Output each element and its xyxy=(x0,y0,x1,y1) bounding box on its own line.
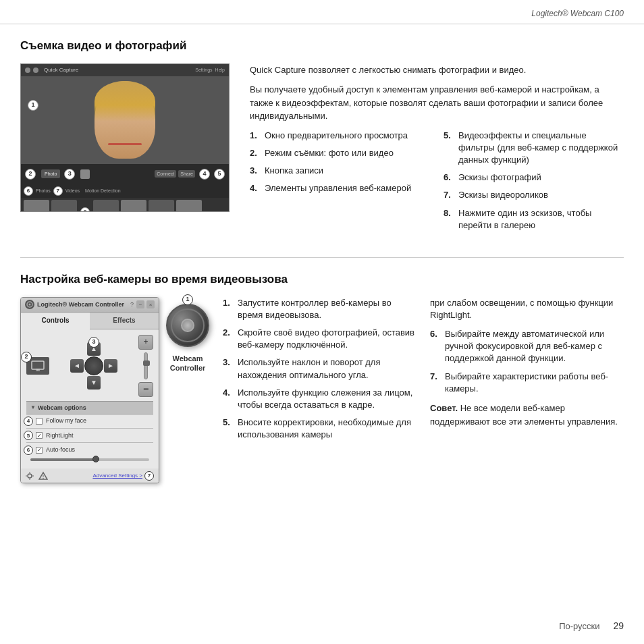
list-item-8: 8. Нажмите один из эскизов, чтобы перейт… xyxy=(444,207,624,232)
list-item-4: 4. Элементы управления веб-камерой xyxy=(250,182,430,194)
dpad-right[interactable]: ► xyxy=(104,359,117,373)
s2-item6-num: 6. xyxy=(430,328,441,365)
s2-item-2: 2. Скройте своё видео фотографией, остав… xyxy=(223,327,417,351)
item7-text: Эскизы видеороликов xyxy=(458,189,548,201)
wcc-slider-thumb[interactable] xyxy=(92,456,99,462)
s2-item2-num: 2. xyxy=(223,327,234,351)
badge-8: 8 xyxy=(80,207,90,212)
wcc-badge-6: 6 xyxy=(24,446,33,455)
wcc-adv-row: Advanced Settings > 7 xyxy=(92,471,155,481)
list-item-7: 7. Эскизы видеороликов xyxy=(444,189,624,201)
wc-thumb-5 xyxy=(149,200,174,212)
wcc-icon-label-text1: Webcam xyxy=(172,354,203,363)
wcc-controls-area: 2 xyxy=(26,335,153,397)
badge-1: 1 xyxy=(28,100,38,111)
footer-lang: По-русски xyxy=(559,620,599,633)
s2-item5-num: 5. xyxy=(223,417,234,441)
wcc-minimize-btn[interactable]: − xyxy=(136,300,144,308)
dpad-left[interactable]: ◄ xyxy=(70,359,84,373)
wc-face-photo xyxy=(95,81,155,159)
wcc-help-icon: ? xyxy=(130,300,134,309)
s2-item-5: 5. Вносите корректировки, необходимые дл… xyxy=(223,417,417,441)
section1-list-right: 5. Видеоэффекты и специальные фильтры (д… xyxy=(444,130,624,237)
section1-intro2: Вы получаете удобный доступ к элементам … xyxy=(250,83,624,123)
item8-num: 8. xyxy=(444,207,454,232)
wc-photo-btn: Photo xyxy=(41,169,60,179)
wcc-close-btn[interactable]: × xyxy=(146,300,155,308)
badge-7: 7 xyxy=(53,186,63,196)
section1-body: Quick Capture Settings Help 1 xyxy=(20,63,624,237)
wcc-titlebar: Logitech® Webcam Controller ? − × xyxy=(21,298,159,313)
section2-text: 1. Запустите контроллер веб-камеры во вр… xyxy=(223,297,624,489)
wcc-options-label: Webcam options xyxy=(38,404,86,412)
wcc-checkbox-rightlight[interactable]: ✓ xyxy=(36,432,43,439)
item3-num: 3. xyxy=(250,165,261,177)
section-divider xyxy=(20,257,624,258)
wcc-zoom-handle xyxy=(143,360,150,366)
s2-item7-num: 7. xyxy=(430,371,441,395)
wcc-badge-2: 2 xyxy=(21,352,32,363)
header-trademark: ® xyxy=(562,9,568,18)
s2-tip: Совет. Не все модели веб-камер поддержив… xyxy=(430,402,624,428)
wcc-window: Logitech® Webcam Controller ? − × Contro… xyxy=(20,297,159,483)
wcc-badge-4: 4 xyxy=(24,417,33,426)
wcc-zoom-in-btn[interactable]: + xyxy=(138,335,153,350)
s2-item3-text: Используйте наклон и поворот для нахожде… xyxy=(238,356,417,381)
wcc-option-follow: Follow my face xyxy=(26,414,153,427)
wcc-title-text: Logitech® Webcam Controller xyxy=(37,300,130,309)
wc-thumb-4 xyxy=(121,200,146,212)
wcc-badge-3: 3 xyxy=(88,337,99,348)
badge-3: 3 xyxy=(64,169,75,180)
wcc-tab-effects[interactable]: Effects xyxy=(90,313,159,329)
wcc-slider-row xyxy=(26,456,153,463)
s2-item3-num: 3. xyxy=(223,356,234,381)
wcc-checkbox-follow[interactable] xyxy=(36,418,43,425)
wcc-option2-row: 5 ✓ RightLight xyxy=(26,429,153,442)
wc-thumb-1 xyxy=(24,200,49,212)
badge-4: 4 xyxy=(199,169,210,180)
dpad-down[interactable]: ▼ xyxy=(87,376,101,390)
item1-num: 1. xyxy=(250,130,261,142)
svg-point-13 xyxy=(43,478,43,479)
wc-videos-label: Videos xyxy=(65,188,80,194)
item2-num: 2. xyxy=(250,147,261,159)
section2-list-right: при слабом освещении, с помощью функции … xyxy=(430,297,624,447)
header-brand: Logitech xyxy=(531,9,562,18)
s2-item6-text: Выбирайте между автоматической или ручно… xyxy=(445,328,624,365)
wcc-top-row: Logitech® Webcam Controller ? − × Contro… xyxy=(20,297,209,483)
section1-intro1: Quick Capture позволяет с легкостью сним… xyxy=(250,63,624,77)
wc-settings-link: Settings xyxy=(195,67,212,74)
main-content: Съемка видео и фотографий Quick Capture … xyxy=(0,24,644,502)
s2-tip-text: Не все модели веб-камер поддерживают все… xyxy=(430,403,618,427)
wcc-option-rightlight-label: RightLight xyxy=(46,431,74,440)
screenshot-container: Quick Capture Settings Help 1 xyxy=(20,63,236,237)
item3-text: Кнопка записи xyxy=(265,165,323,177)
wc-action-btns: Connect Share xyxy=(155,170,195,178)
wcc-zoom-out-btn[interactable]: − xyxy=(138,382,153,397)
badge-2: 2 xyxy=(25,169,36,180)
dpad: ▲ ▼ ◄ ► xyxy=(70,342,117,390)
wcc-triangle-icon xyxy=(38,471,48,481)
wcc-tab-controls[interactable]: Controls xyxy=(21,313,90,329)
section1-text: Quick Capture позволяет с легкостью сним… xyxy=(250,63,624,237)
wcc-badge-5: 5 xyxy=(24,431,33,440)
footer-pagenum: 29 xyxy=(613,620,624,633)
wcc-screen-area: 2 xyxy=(26,357,49,375)
dpad-center xyxy=(84,356,103,375)
wc-thumb-row: 8 xyxy=(21,198,229,212)
wcc-dpad-area: 3 ▲ ▼ ◄ ► xyxy=(53,342,134,390)
s2-item-6: 6. Выбирайте между автоматической или ру… xyxy=(430,328,624,365)
wcc-adv-link[interactable]: Advanced Settings > xyxy=(92,472,142,479)
s2-item-1: 1. Запустите контроллер веб-камеры во вр… xyxy=(223,297,417,321)
section1: Съемка видео и фотографий Quick Capture … xyxy=(20,38,624,237)
badge-5: 5 xyxy=(214,169,225,180)
item8-text: Нажмите один из эскизов, чтобы перейти в… xyxy=(458,207,624,232)
s2-item-3: 3. Используйте наклон и поворот для нахо… xyxy=(223,356,417,381)
list-item-5: 5. Видеоэффекты и специальные фильтры (д… xyxy=(444,130,624,167)
list-item-1: 1. Окно предварительного просмотра xyxy=(250,130,430,142)
wcc-badge-7: 7 xyxy=(144,471,154,481)
wc-bottom-bar: 2 Photo 3 Connect Share 4 5 xyxy=(21,164,229,184)
wcc-checkbox-autofocus[interactable]: ✓ xyxy=(36,447,43,454)
wc-share-btn: Share xyxy=(178,170,195,178)
wcc-options-header: ▼ Webcam options xyxy=(26,401,153,415)
